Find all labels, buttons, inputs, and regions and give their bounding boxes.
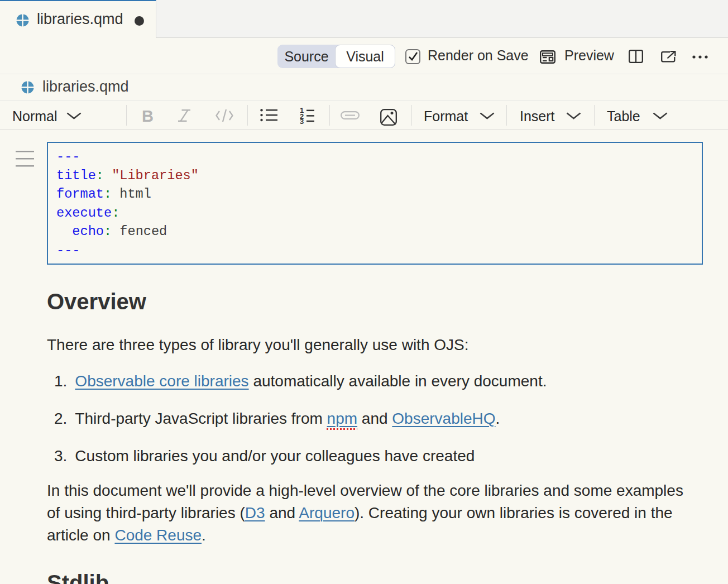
svg-text:3: 3 (300, 117, 304, 125)
